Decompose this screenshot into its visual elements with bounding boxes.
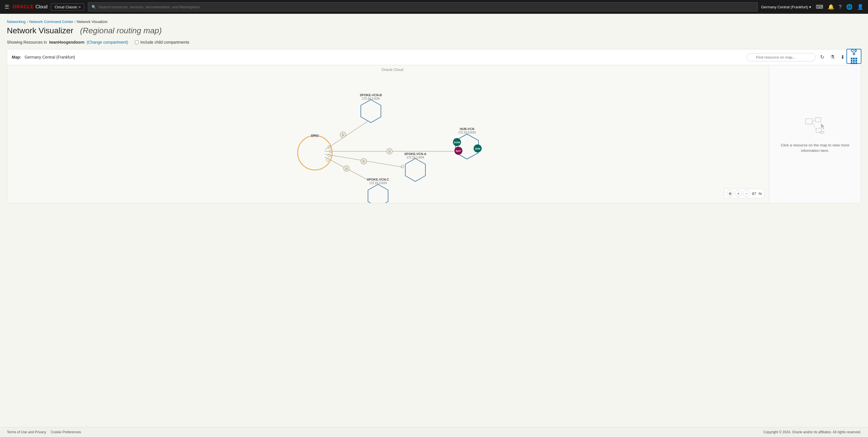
svg-text:⛓: ⛓ (342, 133, 344, 136)
page-title-subtitle: (Regional routing map) (80, 26, 162, 35)
compartment-name: IwanHoogendoorn (49, 40, 84, 44)
svg-text:SGW: SGW (454, 141, 460, 144)
svg-line-46 (812, 122, 816, 129)
bell-icon[interactable]: 🔔 (828, 4, 834, 10)
oracle-logo: ORACLE Cloud (12, 4, 48, 9)
svg-marker-24 (361, 100, 381, 123)
svg-marker-36 (405, 158, 425, 182)
side-panel-message: Click a resource on the map to view more… (776, 143, 854, 154)
map-region-text: Germany Central (Frankfurt) (25, 55, 75, 59)
svg-text:NAT: NAT (456, 150, 461, 153)
zoom-value: 87 (752, 191, 756, 196)
svg-text:IGW: IGW (475, 147, 480, 150)
svg-text:⛓: ⛓ (362, 160, 365, 163)
svg-rect-43 (815, 118, 821, 122)
page-title-main: Network Visualizer (7, 26, 73, 35)
help-icon[interactable]: ? (839, 4, 842, 10)
svg-text:HUB-VCN: HUB-VCN (460, 127, 474, 131)
network-icon (850, 49, 857, 57)
child-compartments-wrapper: Include child compartments (135, 40, 189, 44)
zoom-percent: % (758, 191, 762, 196)
panel-toolbar: Map: Germany Central (Frankfurt) 🔍 ↻ ⚗ ⬇… (7, 50, 861, 65)
child-compartments-checkbox[interactable] (135, 40, 138, 44)
zoom-fit-button[interactable]: ⊕ (727, 190, 734, 197)
map-container: Oracle Cloud ⛓ (7, 65, 861, 203)
filter-button[interactable]: ⚗ (829, 53, 836, 61)
side-panel-illustration (804, 115, 827, 138)
svg-text:172.16.1.0/24: 172.16.1.0/24 (406, 156, 424, 159)
cloud-text: Cloud (36, 4, 48, 9)
svg-text:SPOKE-VCN-B: SPOKE-VCN-B (360, 93, 382, 97)
top-navigation: ☰ ORACLE Cloud Cloud Classic > 🔍 Germany… (0, 0, 868, 14)
svg-text:DRG: DRG (311, 134, 319, 138)
svg-point-2 (853, 53, 855, 55)
refresh-button[interactable]: ↻ (819, 53, 826, 61)
terminal-icon[interactable]: ⌨ (816, 4, 823, 10)
search-icon: 🔍 (92, 5, 96, 9)
search-bar[interactable]: 🔍 (88, 2, 758, 11)
user-icon[interactable]: 👤 (857, 4, 863, 10)
oracle-text: ORACLE (12, 4, 34, 9)
search-input[interactable] (98, 5, 754, 9)
svg-line-5 (325, 121, 368, 150)
side-panel: Click a resource on the map to view more… (769, 65, 861, 203)
chevron-down-icon: ▾ (809, 5, 811, 9)
svg-marker-39 (368, 184, 388, 203)
globe-icon[interactable]: 🌐 (846, 4, 852, 10)
zoom-in-button[interactable]: + (735, 190, 742, 197)
svg-line-4 (854, 52, 856, 53)
visualizer-panel: Map: Germany Central (Frankfurt) 🔍 ↻ ⚗ ⬇… (7, 49, 861, 203)
hamburger-menu[interactable]: ☰ (5, 4, 9, 10)
breadcrumb-network-command-center[interactable]: Network Command Center (29, 20, 73, 24)
svg-text:⛓: ⛓ (388, 150, 391, 153)
compartment-row: Showing Resources in IwanHoogendoorn (Ch… (7, 40, 861, 44)
breadcrumb-sep-1: › (27, 20, 28, 24)
download-button[interactable]: ⬇ (839, 53, 846, 61)
svg-point-19 (328, 154, 331, 157)
svg-point-21 (401, 165, 404, 168)
find-resource-input[interactable] (747, 53, 815, 61)
svg-text:172.16.0.0/24: 172.16.0.0/24 (458, 131, 476, 134)
child-compartments-label: Include child compartments (141, 40, 189, 44)
breadcrumb-current: Network Visualizer (77, 20, 107, 24)
network-diagram: ⛓ ⛓ ⛓ ⛓ (7, 65, 769, 203)
svg-point-1 (855, 50, 857, 52)
breadcrumb: Networking › Network Command Center › Ne… (7, 20, 861, 24)
page-title: Network Visualizer (Regional routing map… (7, 26, 861, 35)
terms-link[interactable]: Terms of Use and Privacy (7, 430, 46, 434)
compartment-label: Showing Resources in (7, 40, 47, 44)
cookie-link[interactable]: Cookie Preferences (51, 430, 81, 434)
change-compartment-link[interactable]: (Change compartment) (87, 40, 128, 44)
svg-rect-42 (805, 119, 812, 124)
main-content: Networking › Network Command Center › Ne… (0, 14, 868, 427)
zoom-out-button[interactable]: − (743, 190, 750, 197)
breadcrumb-networking[interactable]: Networking (7, 20, 26, 24)
nav-right-group: Germany Central (Frankfurt) ▾ ⌨ 🔔 ? 🌐 👤 (761, 4, 863, 10)
svg-text:SPOKE-VCN-C: SPOKE-VCN-C (367, 178, 389, 181)
svg-line-3 (852, 52, 854, 53)
zoom-controls: ⊕ + − 87 % (724, 189, 764, 198)
svg-text:172.16.2.0/24: 172.16.2.0/24 (362, 97, 380, 100)
map-canvas[interactable]: Oracle Cloud ⛓ (7, 65, 769, 203)
map-label: Map: (12, 55, 21, 59)
svg-text:172.16.3.0/24: 172.16.3.0/24 (369, 182, 387, 185)
footer-left: Terms of Use and Privacy Cookie Preferen… (7, 430, 81, 434)
svg-point-22 (298, 135, 332, 170)
svg-point-0 (851, 50, 854, 52)
breadcrumb-sep-2: › (74, 20, 75, 24)
svg-point-20 (327, 158, 329, 161)
grid-icon (851, 58, 857, 64)
svg-text:SPOKE-VCN-A: SPOKE-VCN-A (404, 152, 426, 156)
region-label: Germany Central (Frankfurt) (761, 5, 808, 9)
network-command-center-button[interactable] (846, 49, 861, 64)
svg-line-45 (812, 120, 815, 121)
footer: Terms of Use and Privacy Cookie Preferen… (0, 427, 868, 437)
svg-text:⛓: ⛓ (345, 167, 348, 170)
cloud-classic-button[interactable]: Cloud Classic > (51, 3, 84, 11)
region-selector[interactable]: Germany Central (Frankfurt) ▾ (761, 5, 811, 9)
find-resource-wrapper: 🔍 (747, 53, 815, 61)
footer-copyright: Copyright © 2024, Oracle and/or its affi… (763, 430, 861, 434)
